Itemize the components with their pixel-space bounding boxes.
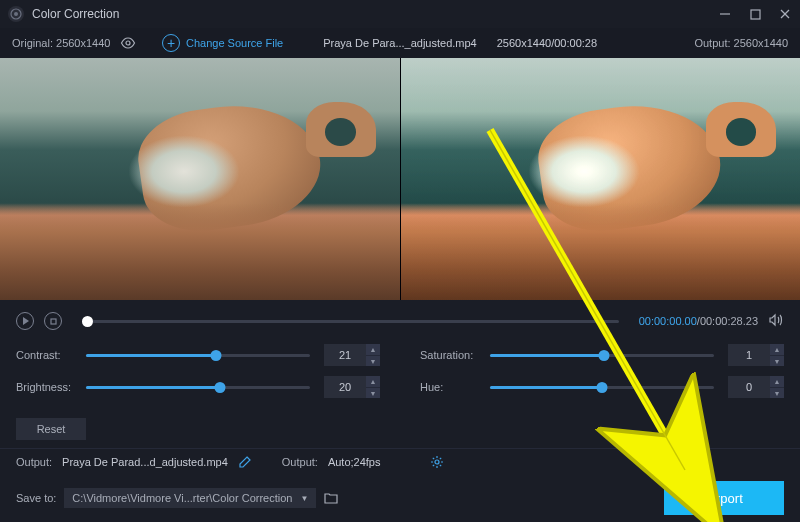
volume-icon[interactable]: [768, 313, 784, 329]
saturation-input[interactable]: 1 ▲▼: [728, 344, 784, 366]
output-label-1: Output:: [16, 456, 52, 468]
svg-point-1: [14, 12, 18, 16]
current-time: 00:00:00.00: [639, 315, 697, 327]
hue-value: 0: [728, 381, 770, 393]
output-resolution: Output: 2560x1440: [694, 37, 788, 49]
saturation-thumb[interactable]: [599, 350, 610, 361]
browse-folder-icon[interactable]: [324, 491, 338, 505]
save-to-label: Save to:: [16, 492, 56, 504]
brightness-label: Brightness:: [16, 381, 86, 393]
save-row: Save to: C:\Vidmore\Vidmore Vi...rter\Co…: [0, 475, 800, 522]
hue-thumb[interactable]: [597, 382, 608, 393]
brightness-row: Brightness: 20 ▲▼: [16, 376, 380, 398]
contrast-row: Contrast: 21 ▲▼: [16, 344, 380, 366]
window-controls: [718, 7, 792, 21]
export-button[interactable]: Export: [664, 481, 784, 515]
preview-area: [0, 58, 800, 300]
hue-input[interactable]: 0 ▲▼: [728, 376, 784, 398]
saturation-value: 1: [728, 349, 770, 361]
svg-point-6: [126, 41, 130, 45]
output-filename: Praya De Parad...d_adjusted.mp4: [62, 456, 228, 468]
titlebar: Color Correction: [0, 0, 800, 28]
brightness-step-up[interactable]: ▲: [366, 376, 380, 387]
minimize-button[interactable]: [718, 7, 732, 21]
hue-step-down[interactable]: ▼: [770, 387, 784, 398]
output-settings: Auto;24fps: [328, 456, 381, 468]
hue-step-up[interactable]: ▲: [770, 376, 784, 387]
timeline-slider[interactable]: [82, 320, 619, 323]
change-source-label: Change Source File: [186, 37, 283, 49]
saturation-slider[interactable]: [490, 354, 714, 357]
contrast-step-down[interactable]: ▼: [366, 355, 380, 366]
svg-rect-3: [751, 10, 760, 19]
change-source-button[interactable]: + Change Source File: [162, 34, 283, 52]
settings-gear-icon[interactable]: [430, 455, 444, 469]
contrast-slider[interactable]: [86, 354, 310, 357]
brightness-step-down[interactable]: ▼: [366, 387, 380, 398]
contrast-thumb[interactable]: [210, 350, 221, 361]
app-icon: [8, 6, 24, 22]
maximize-button[interactable]: [748, 7, 762, 21]
contrast-label: Contrast:: [16, 349, 86, 361]
preview-toggle-icon[interactable]: [120, 35, 136, 51]
reset-button[interactable]: Reset: [16, 418, 86, 440]
saturation-step-up[interactable]: ▲: [770, 344, 784, 355]
original-resolution: Original: 2560x1440: [12, 37, 110, 49]
plus-icon: +: [162, 34, 180, 52]
save-path-box: C:\Vidmore\Vidmore Vi...rter\Color Corre…: [64, 488, 316, 508]
total-time: /00:00:28.23: [697, 315, 758, 327]
contrast-value: 21: [324, 349, 366, 361]
source-filename: Praya De Para..._adjusted.mp4: [323, 37, 476, 49]
brightness-value: 20: [324, 381, 366, 393]
hue-row: Hue: 0 ▲▼: [420, 376, 784, 398]
svg-point-8: [435, 460, 439, 464]
output-row: Output: Praya De Parad...d_adjusted.mp4 …: [0, 448, 800, 475]
contrast-input[interactable]: 21 ▲▼: [324, 344, 380, 366]
stop-button[interactable]: [44, 312, 62, 330]
controls-panel: 00:00:00.00/00:00:28.23 Contrast: 21 ▲▼ …: [0, 300, 800, 448]
edit-filename-icon[interactable]: [238, 455, 252, 469]
hue-label: Hue:: [420, 381, 490, 393]
hue-slider[interactable]: [490, 386, 714, 389]
close-button[interactable]: [778, 7, 792, 21]
source-resolution-duration: 2560x1440/00:00:28: [497, 37, 597, 49]
app-title: Color Correction: [32, 7, 718, 21]
saturation-row: Saturation: 1 ▲▼: [420, 344, 784, 366]
original-preview-pane: [0, 58, 400, 300]
saturation-step-down[interactable]: ▼: [770, 355, 784, 366]
output-label-2: Output:: [282, 456, 318, 468]
brightness-input[interactable]: 20 ▲▼: [324, 376, 380, 398]
brightness-slider[interactable]: [86, 386, 310, 389]
time-display: 00:00:00.00/00:00:28.23: [639, 315, 758, 327]
brightness-thumb[interactable]: [215, 382, 226, 393]
play-button[interactable]: [16, 312, 34, 330]
svg-rect-7: [51, 319, 56, 324]
save-path: C:\Vidmore\Vidmore Vi...rter\Color Corre…: [72, 492, 292, 504]
saturation-label: Saturation:: [420, 349, 490, 361]
adjusted-preview-pane: [400, 58, 801, 300]
path-dropdown-icon[interactable]: ▼: [300, 494, 308, 503]
timeline-thumb[interactable]: [82, 316, 93, 327]
contrast-step-up[interactable]: ▲: [366, 344, 380, 355]
info-bar: Original: 2560x1440 + Change Source File…: [0, 28, 800, 58]
